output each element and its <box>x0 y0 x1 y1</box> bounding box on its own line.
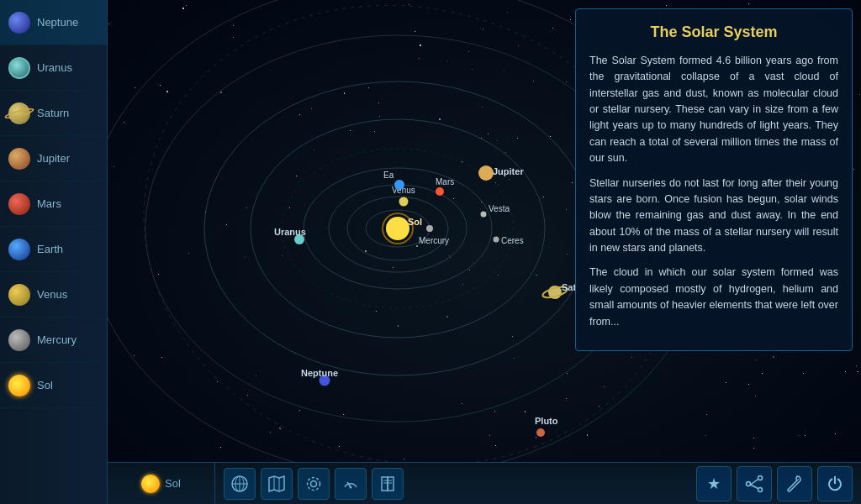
share-button[interactable] <box>737 466 772 501</box>
svg-line-56 <box>751 479 758 485</box>
svg-point-19 <box>436 187 444 196</box>
favorites-button[interactable]: ★ <box>696 466 732 501</box>
settings-button[interactable] <box>298 468 330 500</box>
svg-text:Ea: Ea <box>383 171 394 180</box>
chart-button[interactable] <box>335 468 367 500</box>
info-panel-para-1: The Solar System formed 4.6 billion year… <box>589 53 838 167</box>
sol-toolbar-label[interactable]: Sol <box>141 475 181 493</box>
uranus-icon <box>8 57 30 79</box>
sidebar-item-label: Uranus <box>37 61 72 74</box>
book-icon <box>379 475 396 492</box>
sidebar-item-jupiter[interactable]: Jupiter <box>0 136 107 181</box>
svg-text:Mercury: Mercury <box>419 236 449 245</box>
sidebar-item-label: Mercury <box>37 333 77 346</box>
sidebar-item-label: Mars <box>37 197 61 210</box>
sol-label: Sol <box>165 477 181 490</box>
svg-point-13 <box>426 225 433 232</box>
tools-button[interactable] <box>777 466 812 501</box>
svg-point-44 <box>308 477 320 490</box>
share-icon <box>745 475 763 493</box>
sidebar-item-label: Saturn <box>37 107 69 119</box>
power-button[interactable] <box>817 466 853 501</box>
svg-point-55 <box>758 487 763 491</box>
mars-icon <box>8 193 30 215</box>
svg-text:Uranus: Uranus <box>274 227 306 237</box>
svg-point-10 <box>386 217 409 240</box>
sidebar-item-neptune[interactable]: Neptune <box>0 0 107 45</box>
svg-point-15 <box>399 197 409 207</box>
svg-text:Sol: Sol <box>408 217 422 227</box>
svg-point-25 <box>478 165 494 181</box>
info-panel-title: The Solar System <box>589 21 838 45</box>
sol-icon <box>8 375 30 396</box>
info-panel-para-3: The cloud in which our solar system form… <box>589 265 838 330</box>
globe-button[interactable] <box>224 468 256 500</box>
map-button[interactable] <box>261 468 293 500</box>
sidebar-item-mercury[interactable]: Mercury <box>0 318 107 363</box>
info-panel-para-2: Stellar nurseries do not last for long a… <box>589 176 838 257</box>
mercury-icon <box>8 329 30 351</box>
svg-point-43 <box>311 480 317 486</box>
saturn-icon <box>8 102 30 124</box>
sidebar-item-label: Earth <box>37 243 63 255</box>
map-icon <box>268 475 285 492</box>
svg-line-57 <box>751 485 758 489</box>
svg-point-17 <box>394 180 404 190</box>
svg-text:Neptune: Neptune <box>301 368 338 378</box>
toolbar-left-section: Sol <box>108 463 215 504</box>
sidebar-item-earth[interactable]: Earth <box>0 227 107 272</box>
svg-point-46 <box>350 486 352 488</box>
svg-text:Sat: Sat <box>562 282 576 292</box>
bottom-toolbar: Sol <box>108 462 861 504</box>
power-icon <box>826 475 844 493</box>
svg-point-53 <box>758 475 763 480</box>
main-area: Sol Mercury Venus Ea Mars Ceres Vesta Ju… <box>108 0 861 504</box>
sidebar-item-label: Neptune <box>37 16 78 29</box>
svg-point-54 <box>747 481 751 486</box>
svg-text:Mars: Mars <box>436 177 454 186</box>
sidebar: Neptune Uranus Saturn Jupiter Mars Earth… <box>0 0 108 504</box>
sidebar-item-saturn[interactable]: Saturn <box>0 91 107 136</box>
book-button[interactable] <box>372 468 404 500</box>
svg-point-34 <box>536 428 545 437</box>
sidebar-item-uranus[interactable]: Uranus <box>0 45 107 91</box>
svg-rect-48 <box>388 477 394 491</box>
gear-icon <box>305 475 322 492</box>
sidebar-item-sol[interactable]: Sol <box>0 363 107 408</box>
svg-text:Ceres: Ceres <box>501 236 524 245</box>
toolbar-center-section <box>215 468 688 500</box>
sol-toolbar-icon <box>141 475 160 493</box>
svg-marker-40 <box>269 476 284 491</box>
venus-icon <box>8 284 30 306</box>
sidebar-item-mars[interactable]: Mars <box>0 181 107 227</box>
wrench-icon <box>785 475 804 493</box>
svg-point-23 <box>481 212 487 218</box>
gauge-icon <box>342 475 359 492</box>
svg-point-21 <box>494 237 499 243</box>
globe-icon <box>231 475 248 492</box>
sidebar-item-label: Venus <box>37 288 67 301</box>
svg-text:Vesta: Vesta <box>489 204 510 213</box>
svg-rect-47 <box>382 477 388 491</box>
svg-text:Pluto: Pluto <box>535 416 558 426</box>
toolbar-right-section: ★ <box>688 466 861 501</box>
sidebar-item-label: Jupiter <box>37 152 70 165</box>
info-panel: The Solar System The Solar System formed… <box>575 8 853 351</box>
sidebar-item-label: Sol <box>37 379 53 391</box>
neptune-icon <box>8 12 30 34</box>
jupiter-icon <box>8 148 30 170</box>
svg-text:Jupiter: Jupiter <box>493 166 524 176</box>
earth-icon <box>8 239 30 260</box>
sidebar-item-venus[interactable]: Venus <box>0 272 107 318</box>
